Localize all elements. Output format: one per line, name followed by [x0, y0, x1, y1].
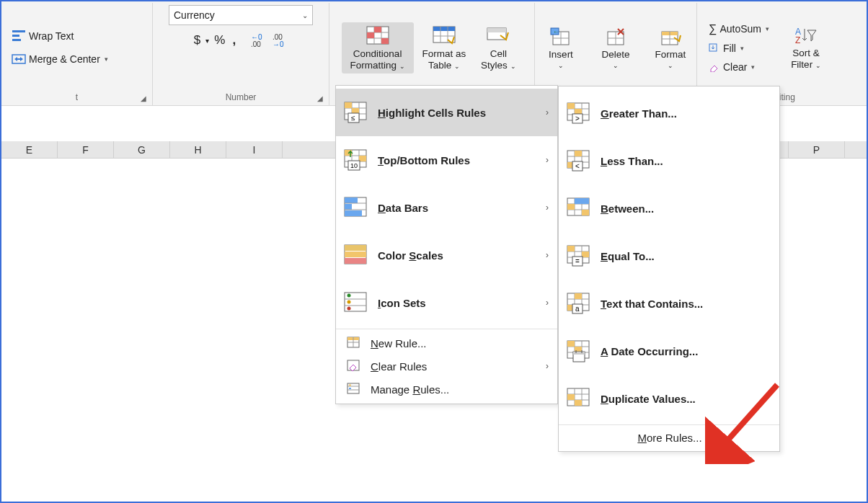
svg-text:10: 10	[350, 162, 358, 169]
merge-center-button[interactable]: Merge & Center ▾	[9, 51, 111, 67]
number-format-select[interactable]: Currency ⌄	[169, 5, 313, 25]
menu-highlight-cells-rules[interactable]: ≤ Highlight Cells Rules ›	[336, 89, 557, 136]
text-contains-icon: a	[566, 291, 592, 316]
menu-date-occurring[interactable]: A Date Occurring...	[559, 327, 779, 375]
sigma-icon: ∑	[709, 22, 717, 35]
svg-rect-15	[381, 38, 389, 44]
menu-label: Highlight Cells Rules	[378, 107, 537, 119]
menu-between[interactable]: Between...	[559, 184, 779, 232]
insert-button[interactable]: ← Insert ⌄	[537, 25, 585, 71]
column-header[interactable]: E	[1, 141, 58, 158]
dialog-launcher-icon[interactable]: ◢	[141, 94, 146, 102]
svg-rect-143	[567, 394, 575, 400]
highlight-cells-icon: ≤	[343, 100, 369, 125]
menu-manage-rules[interactable]: Manage Rules...	[336, 378, 557, 401]
comma-style-button[interactable]: ,	[230, 33, 238, 48]
cell-styles-label: CellStyles ⌄	[481, 48, 516, 72]
menu-new-rule[interactable]: New Rule...	[336, 331, 557, 355]
menu-data-bars[interactable]: Data Bars ›	[336, 184, 557, 231]
svg-text:→0: →0	[273, 40, 284, 48]
chevron-right-icon: ›	[546, 107, 549, 117]
column-header[interactable]: P	[789, 141, 845, 158]
menu-label: Color Scales	[378, 249, 537, 262]
svg-rect-135	[573, 352, 585, 355]
chevron-right-icon: ›	[546, 298, 549, 308]
autosum-button[interactable]: ∑ AutoSum ▾	[706, 21, 772, 37]
menu-icon-sets[interactable]: Icon Sets ›	[336, 279, 557, 326]
chevron-down-icon: ▾	[105, 55, 108, 63]
svg-rect-57	[345, 197, 358, 203]
chevron-right-icon: ›	[546, 250, 549, 260]
column-header[interactable]: G	[114, 141, 170, 158]
svg-rect-43	[345, 102, 352, 108]
conditional-formatting-button[interactable]: ConditionalFormatting ⌄	[342, 22, 414, 74]
svg-rect-64	[345, 252, 366, 257]
new-rule-icon	[346, 336, 362, 350]
menu-color-scales[interactable]: Color Scales ›	[336, 231, 557, 279]
menu-top-bottom-rules[interactable]: 10 Top/Bottom Rules ›	[336, 136, 557, 184]
fill-label: Fill	[723, 43, 736, 54]
svg-text:Z: Z	[795, 35, 800, 45]
chevron-down-icon: ▾	[205, 37, 209, 45]
sort-filter-icon: AZ	[794, 26, 818, 46]
format-button[interactable]: Format ⌄	[647, 25, 694, 71]
fill-button[interactable]: Fill ▾	[706, 41, 772, 55]
svg-rect-80	[349, 385, 351, 386]
chevron-down-icon: ⌄	[302, 12, 308, 19]
svg-rect-59	[345, 210, 362, 216]
svg-point-71	[347, 307, 351, 311]
column-header[interactable]	[283, 141, 339, 158]
svg-rect-87	[567, 103, 575, 109]
group-label-alignment: t ◢	[6, 90, 148, 105]
svg-rect-123	[575, 293, 582, 299]
svg-rect-132	[567, 341, 575, 347]
decrease-decimal-button[interactable]: .00→0	[271, 32, 290, 48]
date-occurring-icon	[566, 339, 592, 363]
svg-point-70	[347, 301, 351, 304]
wrap-text-label: Wrap Text	[29, 30, 74, 42]
svg-rect-65	[345, 258, 366, 264]
menu-label: Between...	[601, 202, 771, 215]
chevron-right-icon: ›	[546, 155, 549, 165]
cell-styles-button[interactable]: CellStyles ⌄	[474, 22, 522, 74]
increase-decimal-button[interactable]: ←0.00	[249, 32, 268, 48]
percent-button[interactable]: %	[212, 33, 227, 48]
svg-text:←: ←	[553, 28, 559, 35]
menu-more-rules[interactable]: More Rules...	[559, 427, 779, 448]
delete-button[interactable]: Delete ⌄	[592, 25, 639, 71]
clear-button[interactable]: Clear ▾	[706, 60, 772, 74]
menu-clear-rules[interactable]: Clear Rules ›	[336, 355, 557, 378]
conditional-formatting-menu: ≤ Highlight Cells Rules › 10 Top/Bottom …	[335, 85, 558, 404]
menu-less-than[interactable]: < Less Than...	[559, 137, 779, 184]
menu-label: Manage Rules...	[371, 383, 549, 396]
svg-rect-1	[12, 35, 19, 37]
menu-label: New Rule...	[371, 337, 549, 350]
menu-duplicate-values[interactable]: Duplicate Values...	[559, 375, 779, 422]
fill-down-icon	[709, 43, 720, 53]
column-header[interactable]: I	[226, 141, 283, 158]
format-cells-icon	[660, 27, 681, 48]
svg-rect-0	[12, 30, 25, 32]
svg-text:>: >	[575, 115, 580, 123]
sort-filter-button[interactable]: AZ Sort &Filter ⌄	[782, 23, 830, 73]
svg-rect-22	[487, 28, 506, 32]
svg-text:<: <	[575, 162, 580, 170]
icon-sets-icon	[343, 290, 369, 315]
group-number: Currency ⌄ $ ▾ % , ←0.00 .00→0 Number ◢	[153, 3, 329, 105]
column-header[interactable]: H	[170, 141, 226, 158]
dialog-launcher-icon[interactable]: ◢	[317, 94, 323, 102]
format-as-table-label: Format asTable ⌄	[422, 48, 466, 72]
svg-rect-63	[345, 245, 366, 251]
accounting-format-button[interactable]: $	[192, 33, 203, 48]
wrap-text-button[interactable]: Wrap Text	[9, 28, 77, 44]
format-as-table-button[interactable]: Format asTable ⌄	[418, 22, 471, 74]
menu-greater-than[interactable]: > Greater Than...	[559, 89, 779, 137]
menu-text-contains[interactable]: a Text that Contains...	[559, 280, 779, 327]
svg-text:≤: ≤	[351, 114, 355, 122]
color-scales-icon	[343, 243, 369, 267]
column-header[interactable]: F	[58, 141, 114, 158]
menu-equal-to[interactable]: = Equal To...	[559, 232, 779, 280]
delete-label: Delete	[601, 49, 629, 61]
menu-label: Icon Sets	[378, 297, 537, 309]
menu-label: Greater Than...	[601, 107, 771, 120]
